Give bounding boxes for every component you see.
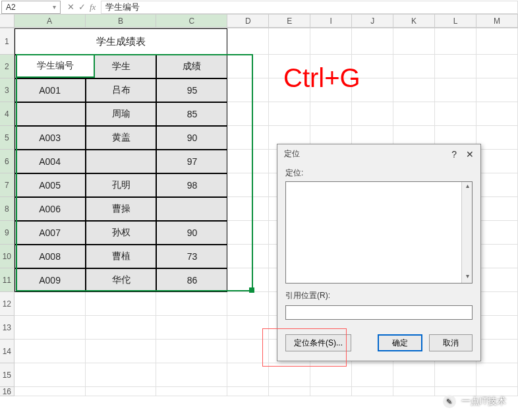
col-head-E[interactable]: E	[269, 15, 310, 28]
help-icon[interactable]: ?	[451, 149, 457, 160]
cell[interactable]	[352, 102, 393, 126]
cell[interactable]	[227, 363, 269, 387]
cell[interactable]	[435, 55, 476, 78]
cell[interactable]	[227, 55, 269, 78]
cell[interactable]	[269, 363, 310, 387]
row-head-11[interactable]: 11	[0, 268, 14, 292]
cell[interactable]	[14, 363, 86, 387]
reference-input[interactable]	[285, 305, 473, 320]
row-head-7[interactable]: 7	[0, 173, 14, 197]
cell[interactable]	[435, 102, 476, 126]
col-head-D[interactable]: D	[227, 15, 269, 28]
cell[interactable]: A006	[14, 197, 86, 221]
cell[interactable]	[269, 387, 310, 396]
row-head-13[interactable]: 13	[0, 316, 14, 340]
cell[interactable]	[227, 221, 269, 245]
cell[interactable]	[476, 173, 518, 197]
cell[interactable]	[476, 78, 518, 102]
col-head-K[interactable]: K	[393, 15, 435, 28]
row-head-8[interactable]: 8	[0, 197, 14, 221]
cell[interactable]	[227, 78, 269, 102]
cell[interactable]	[393, 78, 435, 102]
cell[interactable]	[227, 28, 269, 55]
cell[interactable]	[227, 316, 269, 340]
cell[interactable]	[310, 387, 352, 396]
cell[interactable]	[269, 28, 310, 55]
cell[interactable]	[14, 316, 86, 340]
cell[interactable]: A004	[14, 150, 86, 173]
cell[interactable]: 吕布	[86, 78, 157, 102]
cell[interactable]	[476, 316, 518, 340]
col-head-B[interactable]: B	[86, 15, 157, 28]
cell[interactable]	[156, 316, 227, 340]
select-all-corner[interactable]	[0, 15, 14, 28]
cell[interactable]	[476, 28, 518, 55]
cell[interactable]	[86, 340, 157, 363]
cell[interactable]	[393, 55, 435, 78]
cell[interactable]	[156, 292, 227, 316]
close-icon[interactable]: ✕	[466, 149, 474, 160]
ok-button[interactable]: 确定	[378, 334, 422, 351]
cell[interactable]: A001	[14, 78, 86, 102]
cell[interactable]: 孔明	[86, 173, 157, 197]
row-head-1[interactable]: 1	[0, 28, 14, 55]
cell[interactable]	[14, 340, 86, 363]
cell[interactable]	[476, 340, 518, 363]
cell[interactable]	[227, 292, 269, 316]
cell[interactable]	[86, 363, 157, 387]
formula-bar[interactable]: 学生编号	[101, 1, 518, 14]
dialog-titlebar[interactable]: 定位 ? ✕	[277, 144, 480, 164]
cell[interactable]: A007	[14, 221, 86, 245]
cell[interactable]	[352, 363, 393, 387]
cell[interactable]	[227, 340, 269, 363]
cell[interactable]: 98	[156, 173, 227, 197]
row-head-14[interactable]: 14	[0, 340, 14, 363]
cell[interactable]	[227, 102, 269, 126]
cell[interactable]: 86	[156, 268, 227, 292]
cell[interactable]: 学生编号	[14, 55, 86, 78]
cell[interactable]	[476, 292, 518, 316]
row-head-4[interactable]: 4	[0, 102, 14, 126]
cell[interactable]	[310, 102, 352, 126]
cell[interactable]	[86, 292, 157, 316]
cell[interactable]	[227, 245, 269, 268]
cell[interactable]	[435, 28, 476, 55]
cell[interactable]	[393, 363, 435, 387]
col-head-M[interactable]: M	[476, 15, 518, 28]
row-head-15[interactable]: 15	[0, 363, 14, 387]
cell[interactable]: 85	[156, 102, 227, 126]
cell[interactable]	[227, 126, 269, 150]
cell[interactable]	[476, 126, 518, 150]
cell[interactable]	[476, 150, 518, 173]
cell[interactable]	[476, 221, 518, 245]
cell[interactable]	[310, 363, 352, 387]
goto-listbox[interactable]: ▴ ▾	[285, 181, 473, 284]
cell[interactable]	[476, 245, 518, 268]
scrollbar[interactable]: ▴ ▾	[461, 182, 472, 283]
scroll-down-icon[interactable]: ▾	[462, 272, 473, 283]
cell[interactable]	[14, 292, 86, 316]
cell[interactable]	[393, 387, 435, 396]
cell[interactable]: 华佗	[86, 268, 157, 292]
cell[interactable]: 90	[156, 126, 227, 150]
cell[interactable]: 孙权	[86, 221, 157, 245]
cell[interactable]: 95	[156, 78, 227, 102]
cancel-button[interactable]: 取消	[429, 334, 473, 351]
cell[interactable]: A003	[14, 126, 86, 150]
cell[interactable]	[476, 102, 518, 126]
col-head-A[interactable]: A	[14, 15, 86, 28]
cell[interactable]	[227, 173, 269, 197]
col-head-I[interactable]: I	[310, 15, 352, 28]
col-head-J[interactable]: J	[352, 15, 393, 28]
cell[interactable]: 90	[156, 221, 227, 245]
cell[interactable]: 学生	[86, 55, 157, 78]
cell[interactable]: 成绩	[156, 55, 227, 78]
cell[interactable]	[476, 55, 518, 78]
cancel-icon[interactable]: ✕	[67, 2, 74, 12]
cell[interactable]: 97	[156, 150, 227, 173]
cell[interactable]	[227, 197, 269, 221]
cell[interactable]	[227, 268, 269, 292]
cell[interactable]	[393, 28, 435, 55]
cell[interactable]	[227, 387, 269, 396]
scroll-up-icon[interactable]: ▴	[462, 182, 473, 193]
